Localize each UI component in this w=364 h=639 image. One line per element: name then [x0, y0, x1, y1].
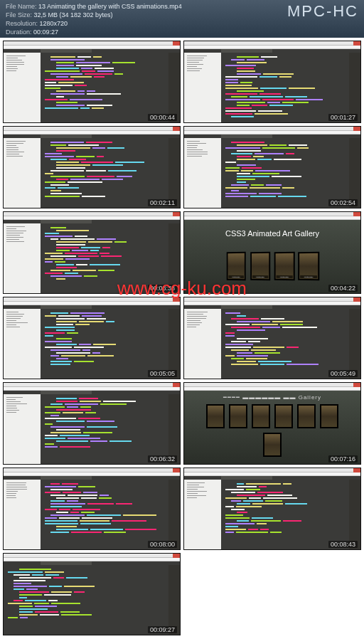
- header-bar: File Name: 13 Animating the gallery with…: [0, 0, 364, 38]
- gallery-row: "Painting Title""Painting Title""Paintin…: [184, 252, 360, 280]
- painting-frame: [252, 404, 270, 428]
- painting-label: "Painting Title": [252, 275, 268, 278]
- thumbnail-cell[interactable]: CSS3 Animated Art Gallery"Painting Title…: [183, 211, 361, 294]
- thumbnail-cell[interactable]: 00:09:27: [3, 553, 181, 635]
- thumbnail-cell[interactable]: ━━━━ ▬▬▬▬▬▬ ▬▬ Gallery00:07:16: [183, 382, 361, 465]
- painting-label: "Painting Title": [300, 275, 317, 278]
- timestamp: 00:05:05: [148, 370, 177, 377]
- file-sidebar: [184, 53, 221, 122]
- code-editor: [221, 480, 349, 549]
- file-sidebar: [4, 309, 41, 379]
- minimap: [349, 480, 360, 549]
- painting-frame: [206, 404, 225, 428]
- resolution-value: 1280x720: [40, 20, 68, 27]
- resolution-label: Resolution:: [6, 20, 38, 27]
- minimap: [349, 138, 360, 208]
- timestamp: 00:07:16: [328, 455, 358, 463]
- code-editor: [41, 223, 168, 293]
- timestamp: 00:08:43: [328, 541, 358, 548]
- thumbnail-grid: 00:00:4400:01:2700:02:1100:02:5400:03:38…: [0, 38, 364, 638]
- file-sidebar: [4, 53, 41, 122]
- thumbnail-cell[interactable]: 00:05:05: [3, 297, 181, 379]
- code-editor: [221, 138, 349, 208]
- code-editor: [41, 138, 168, 208]
- painting-frame: "Painting Title": [298, 251, 319, 280]
- timestamp: 00:09:27: [148, 626, 177, 633]
- thumbnail-cell[interactable]: 00:03:38: [3, 211, 181, 294]
- app-brand: MPC-HC: [287, 2, 358, 21]
- painting-frame: "Painting Title": [274, 251, 295, 280]
- thumbnail-cell[interactable]: 00:01:27: [183, 41, 361, 123]
- timestamp: 00:01:27: [328, 114, 358, 121]
- code-editor: [41, 309, 168, 379]
- thumbnail-cell[interactable]: 00:08:43: [183, 468, 361, 550]
- minimap: [168, 138, 180, 208]
- file-name-value: 13 Animating the gallery with CSS animat…: [38, 3, 182, 10]
- timestamp: 00:05:49: [328, 370, 358, 377]
- minimap: [168, 565, 180, 635]
- minimap: [168, 309, 180, 379]
- painting-frame: [297, 404, 316, 428]
- file-sidebar: [184, 480, 221, 549]
- painting-frame: [320, 404, 338, 428]
- file-name-label: File Name:: [6, 3, 37, 10]
- duration-value: 00:09:27: [33, 28, 58, 36]
- gallery-title: CSS3 Animated Art Gallery: [184, 229, 360, 238]
- file-sidebar: [4, 394, 41, 464]
- file-size-value: 32,5 MB (34 182 302 bytes): [34, 11, 113, 19]
- painting-label: "Painting Title": [277, 275, 293, 278]
- file-sidebar: [4, 223, 41, 293]
- browser-bar: [184, 387, 360, 391]
- timestamp: 00:02:54: [328, 199, 358, 206]
- timestamp: 00:08:00: [148, 541, 177, 548]
- code-editor: [221, 309, 349, 379]
- code-editor: [221, 53, 349, 122]
- painting-label: "Painting Title": [228, 275, 244, 278]
- file-sidebar: [4, 138, 41, 208]
- thumbnail-cell[interactable]: 00:02:54: [183, 126, 361, 208]
- file-size-label: File Size:: [6, 11, 32, 19]
- timestamp: 00:04:22: [328, 285, 358, 292]
- code-editor: [41, 480, 168, 549]
- thumbnail-cell[interactable]: 00:06:32: [3, 382, 181, 465]
- timestamp: 00:03:38: [148, 285, 177, 292]
- file-metadata: File Name: 13 Animating the gallery with…: [6, 2, 182, 37]
- painting-frame: [274, 404, 293, 428]
- minimap: [349, 309, 360, 379]
- minimap: [168, 394, 180, 464]
- code-editor: [41, 394, 168, 464]
- minimap: [349, 53, 360, 122]
- thumbnail-cell[interactable]: 00:05:49: [183, 297, 361, 379]
- file-sidebar: [4, 480, 41, 549]
- minimap: [168, 223, 180, 293]
- file-sidebar: [184, 309, 221, 379]
- gallery-grid: [201, 404, 343, 457]
- file-sidebar: [184, 138, 221, 208]
- code-editor: [4, 565, 168, 635]
- gallery-title-partial: ━━━━ ▬▬▬▬▬▬ ▬▬ Gallery: [184, 394, 360, 401]
- timestamp: 00:00:44: [148, 114, 177, 121]
- code-editor: [41, 53, 168, 122]
- thumbnail-cell[interactable]: 00:02:11: [3, 126, 181, 208]
- painting-frame: "Painting Title": [250, 251, 270, 280]
- minimap: [168, 53, 180, 122]
- minimap: [168, 480, 180, 549]
- painting-frame: "Painting Title": [227, 251, 246, 280]
- thumbnail-cell[interactable]: 00:00:44: [3, 41, 181, 123]
- painting-frame: [263, 433, 282, 457]
- painting-frame: [229, 404, 247, 428]
- timestamp: 00:06:32: [148, 455, 177, 463]
- duration-label: Duration:: [6, 28, 32, 36]
- timestamp: 00:02:11: [148, 199, 177, 206]
- browser-bar: [184, 216, 360, 220]
- thumbnail-cell[interactable]: 00:08:00: [3, 468, 181, 550]
